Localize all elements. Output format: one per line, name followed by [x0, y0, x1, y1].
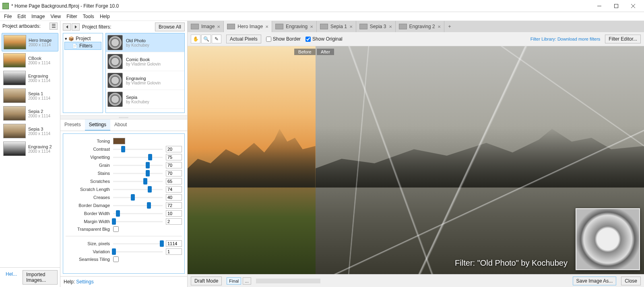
artboard-item[interactable]: Sepia 2 2000 x 1114	[2, 105, 58, 122]
variation-slider[interactable]	[113, 248, 163, 255]
final-button[interactable]: Final	[227, 277, 241, 285]
filter-tree: ▾ 📦 Project 📄 Filters	[63, 33, 103, 113]
filter-item[interactable]: Old Photo by Kochubey	[106, 33, 184, 52]
param-slider[interactable]	[113, 178, 163, 184]
param-input[interactable]	[166, 162, 182, 168]
filter-title-overlay: Filter: "Old Photo" by Kochubey	[455, 258, 568, 268]
document-tab[interactable]: Sepia 3 ✕	[356, 21, 396, 32]
settings-body: Toning Contrast Vignetting Grain Stains …	[63, 133, 185, 274]
param-slider[interactable]	[113, 146, 163, 152]
tree-project[interactable]: ▾ 📦 Project	[65, 35, 101, 42]
document-tab[interactable]: Hero Image ✕	[224, 21, 272, 32]
param-input[interactable]	[166, 170, 182, 176]
param-label: Border Damage	[66, 203, 110, 208]
param-slider[interactable]	[113, 210, 163, 217]
close-icon[interactable]: ✕	[389, 25, 392, 29]
artboard-item[interactable]: CBook 2000 x 1114	[2, 51, 58, 69]
filter-name: Old Photo	[126, 38, 149, 43]
filter-item[interactable]: Engraving by Vladimir Golovin	[106, 71, 184, 90]
menu-view[interactable]: View	[48, 13, 63, 20]
transparent-checkbox[interactable]	[113, 226, 119, 232]
imported-images-button[interactable]: Imported Images...	[23, 270, 58, 285]
browse-all-button[interactable]: Browse All	[155, 23, 185, 31]
artboards-menu-button[interactable]: ☰	[50, 23, 58, 30]
artboard-name: CBook	[28, 56, 50, 61]
doc-thumb	[275, 24, 283, 29]
param-slider[interactable]	[113, 170, 163, 176]
menu-image[interactable]: Image	[29, 13, 47, 20]
filter-item[interactable]: Comic Book by Vladimir Golovin	[106, 52, 184, 71]
hand-tool[interactable]: ✋	[191, 35, 200, 43]
param-input[interactable]	[166, 186, 182, 193]
save-image-button[interactable]: Save Image As...	[573, 277, 617, 285]
eyedropper-tool[interactable]: ✎	[212, 35, 221, 43]
param-slider[interactable]	[113, 194, 163, 201]
filter-library-link[interactable]: Filter Library: Download more filters	[530, 37, 601, 41]
param-slider[interactable]	[113, 154, 163, 160]
artboard-item[interactable]: Hero Image 2000 x 1114	[2, 33, 58, 51]
param-input[interactable]	[166, 210, 182, 217]
menu-tools[interactable]: Tools	[80, 13, 97, 20]
add-tab-button[interactable]: +	[444, 24, 455, 29]
close-button[interactable]	[625, 0, 642, 12]
maximize-button[interactable]	[608, 0, 625, 12]
close-icon[interactable]: ✕	[438, 25, 441, 29]
param-input[interactable]	[166, 194, 182, 201]
filter-author: by Kochubey	[126, 100, 149, 104]
filter-history-back[interactable]	[63, 23, 71, 31]
param-label: Grain	[66, 163, 110, 168]
menu-file[interactable]: File	[2, 13, 14, 20]
menu-help[interactable]: Help	[97, 13, 112, 20]
tree-filters[interactable]: 📄 Filters	[65, 42, 101, 49]
show-border-check[interactable]: Show Border	[266, 36, 301, 42]
param-input[interactable]	[166, 154, 182, 160]
help-settings-link[interactable]: Settings	[76, 279, 93, 285]
document-tab[interactable]: Engraving 2 ✕	[396, 21, 444, 32]
toning-swatch[interactable]	[113, 138, 125, 144]
size-slider[interactable]	[113, 240, 163, 247]
param-input[interactable]	[166, 146, 182, 152]
document-tab[interactable]: Engraving ✕	[272, 21, 317, 32]
actual-pixels-button[interactable]: Actual Pixels	[226, 35, 261, 43]
preview-canvas[interactable]: Before After Filter: "Old Photo" by Koch…	[188, 46, 644, 274]
menu-filter[interactable]: Filter	[64, 13, 80, 20]
show-original-check[interactable]: Show Original	[305, 36, 343, 42]
artboard-item[interactable]: Sepia 1 2000 x 1114	[2, 87, 58, 105]
final-more-button[interactable]: ...	[243, 277, 251, 285]
param-input[interactable]	[166, 218, 182, 225]
variation-input[interactable]	[166, 248, 182, 255]
menu-edit[interactable]: Edit	[15, 13, 28, 20]
param-slider[interactable]	[113, 186, 163, 193]
filter-history-fwd[interactable]	[72, 23, 80, 31]
filter-editor-button[interactable]: Filter Editor...	[605, 35, 641, 43]
artboards-help-link[interactable]: Hel...	[2, 270, 20, 285]
tab-presets[interactable]: Presets	[60, 119, 85, 131]
artboard-item[interactable]: Engraving 2 2000 x 1114	[2, 140, 58, 158]
document-tab[interactable]: Sepia 1 ✕	[317, 21, 356, 32]
document-tab[interactable]: Image ✕	[188, 21, 224, 32]
close-icon[interactable]: ✕	[349, 25, 353, 29]
close-icon[interactable]: ✕	[217, 25, 220, 29]
tab-settings[interactable]: Settings	[85, 119, 110, 131]
tab-about[interactable]: About	[110, 119, 131, 131]
close-icon[interactable]: ✕	[310, 25, 313, 29]
close-preview-button[interactable]: Close	[621, 277, 641, 285]
panel-splitter[interactable]	[60, 115, 187, 119]
app-icon	[2, 3, 9, 9]
minimize-button[interactable]	[591, 0, 608, 12]
filter-item[interactable]: Sepia by Kochubey	[106, 90, 184, 109]
close-icon[interactable]: ✕	[265, 25, 268, 29]
param-slider[interactable]	[113, 218, 163, 225]
artboard-item[interactable]: Sepia 3 2000 x 1114	[2, 122, 58, 140]
zoom-tool[interactable]: 🔍	[201, 35, 211, 43]
artboard-name: Engraving 2	[28, 144, 52, 149]
param-input[interactable]	[166, 178, 182, 184]
param-slider[interactable]	[113, 162, 163, 168]
artboard-item[interactable]: Engraving 2000 x 1114	[2, 69, 58, 87]
artboard-dims: 2000 x 1114	[28, 114, 50, 118]
size-input[interactable]	[166, 240, 182, 247]
param-input[interactable]	[166, 202, 182, 209]
draft-mode-button[interactable]: Draft Mode	[191, 277, 222, 285]
param-slider[interactable]	[113, 202, 163, 209]
seamless-checkbox[interactable]	[113, 256, 119, 262]
